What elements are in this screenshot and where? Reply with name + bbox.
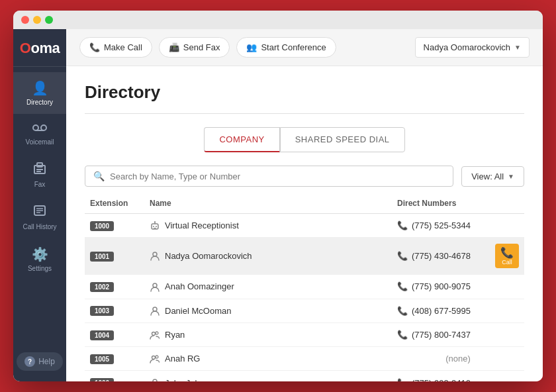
cell-number: 📞 (775) 800-7437: [392, 322, 524, 346]
column-name: Name: [144, 199, 392, 214]
minimize-button[interactable]: [33, 16, 41, 24]
help-icon: ?: [24, 356, 35, 367]
phone-number-text: (775) 900-9075: [412, 281, 471, 291]
person-name: Ryan: [165, 330, 185, 340]
cell-number: 📞 (775) 993-3410: [392, 371, 524, 381]
phone-number: 📞 (408) 677-5995: [397, 306, 519, 316]
user-name: Nadya Oomarockovich: [424, 42, 511, 52]
call-history-icon: [33, 204, 46, 220]
phone-icon: 📞: [397, 220, 408, 230]
cell-number: 📞 (408) 677-5995: [392, 299, 524, 322]
svg-point-22: [152, 356, 156, 360]
help-button[interactable]: ? Help: [17, 352, 63, 371]
cell-extension: 1004: [85, 322, 144, 346]
phone-number-text: (775) 993-3410: [412, 378, 471, 381]
ext-badge: 1002: [90, 282, 114, 292]
person-name: Anah Oomazinger: [165, 281, 234, 291]
sidebar-item-settings[interactable]: ⚙️ Settings: [13, 238, 66, 280]
ext-badge: 1000: [90, 221, 114, 231]
table-row[interactable]: 1002 Anah Oomazinger 📞 (775) 900-9075: [85, 275, 524, 299]
svg-point-19: [153, 307, 157, 311]
svg-rect-14: [154, 228, 156, 228]
phone-number: 📞 (775) 800-7437: [397, 330, 519, 340]
cell-name: Nadya Oomarockovich: [144, 238, 392, 275]
phone-none: (none): [397, 354, 519, 364]
table-row[interactable]: 1000 Virtual Receptionist 📞 (775) 525-53…: [85, 214, 524, 238]
make-call-label: Make Call: [104, 42, 142, 52]
svg-point-0: [33, 125, 38, 130]
logo-text: Ooma: [20, 40, 60, 57]
phone-number-text: (775) 430-4678: [412, 251, 471, 261]
cell-name: Anah RG: [144, 347, 392, 371]
view-dropdown-arrow: ▼: [508, 173, 514, 180]
call-float-label: Call: [502, 259, 512, 266]
table-body: 1000 Virtual Receptionist 📞 (775) 525-53…: [85, 214, 524, 382]
sidebar-item-fax[interactable]: Fax: [13, 154, 66, 196]
cell-number: 📞 (775) 430-4678 📞 Call: [392, 238, 524, 275]
svg-point-17: [153, 252, 157, 256]
start-conference-button[interactable]: 👥 Start Conference: [236, 37, 336, 58]
sidebar-item-directory[interactable]: 👤 Directory: [13, 72, 66, 114]
start-conference-icon: 👥: [246, 42, 257, 52]
column-extension: Extension: [85, 199, 144, 214]
table-row[interactable]: 1003 Daniel McOoman 📞 (408) 677-5995: [85, 299, 524, 322]
app-window: Ooma 👤 Directory: [13, 11, 543, 381]
cell-name: Anah Oomazinger: [144, 275, 392, 299]
person-icon: [150, 220, 160, 231]
cell-name: Virtual Receptionist: [144, 214, 392, 238]
table-header: Extension Name Direct Numbers: [85, 199, 524, 214]
search-input[interactable]: [110, 172, 445, 181]
sidebar-help[interactable]: ? Help: [17, 342, 63, 381]
search-icon: 🔍: [93, 171, 105, 181]
settings-icon: ⚙️: [32, 246, 48, 262]
sidebar: Ooma 👤 Directory: [13, 29, 66, 381]
tab-shared-speed-dial[interactable]: SHARED SPEED DIAL: [280, 127, 405, 152]
phone-number: 📞 (775) 430-4678: [397, 251, 471, 261]
user-dropdown[interactable]: Nadya Oomarockovich ▼: [415, 37, 530, 58]
phone-number: 📞 (775) 900-9075: [397, 281, 519, 291]
send-fax-label: Send Fax: [183, 42, 220, 52]
table-row[interactable]: 1004 Ryan 📞 (775) 800-7437: [85, 322, 524, 346]
voicemail-icon: [32, 122, 47, 136]
cell-extension: 1003: [85, 299, 144, 322]
person-icon: [150, 329, 160, 340]
make-call-button[interactable]: 📞 Make Call: [79, 37, 152, 58]
app-body: Ooma 👤 Directory: [13, 29, 543, 381]
search-box[interactable]: 🔍: [85, 166, 453, 187]
svg-point-12: [153, 226, 154, 227]
topbar: 📞 Make Call 📠 Send Fax 👥 Start Conferenc…: [66, 29, 543, 66]
help-label: Help: [38, 357, 55, 366]
maximize-button[interactable]: [45, 16, 53, 24]
page-divider: [85, 113, 524, 114]
tab-company[interactable]: COMPANY: [204, 127, 279, 152]
cell-number: (none): [392, 347, 524, 371]
svg-point-16: [154, 221, 156, 222]
send-fax-icon: 📠: [169, 42, 179, 52]
phone-number-text: (408) 677-5995: [412, 306, 471, 316]
close-button[interactable]: [21, 16, 29, 24]
ext-badge: 1001: [90, 252, 114, 262]
cell-extension: 1001: [85, 238, 144, 275]
svg-rect-6: [36, 171, 41, 172]
sidebar-item-call-history[interactable]: Call History: [13, 196, 66, 238]
table-row[interactable]: 1001 Nadya Oomarockovich 📞 (775) 430-467…: [85, 238, 524, 275]
call-button[interactable]: 📞 Call: [495, 244, 519, 268]
view-dropdown[interactable]: View: All ▼: [461, 166, 524, 187]
cell-name: John Johan: [144, 371, 392, 381]
svg-point-24: [153, 379, 157, 381]
search-filter-row: 🔍 View: All ▼: [85, 166, 524, 187]
person-name: Virtual Receptionist: [165, 220, 239, 230]
column-direct-numbers: Direct Numbers: [392, 199, 524, 214]
ext-badge: 1003: [90, 306, 114, 316]
phone-number-text: (775) 525-5344: [412, 220, 471, 230]
sidebar-item-voicemail[interactable]: Voicemail: [13, 114, 66, 154]
phone-icon: 📞: [397, 306, 408, 316]
page-title: Directory: [85, 82, 524, 103]
table-row[interactable]: 1005 Anah RG (none): [85, 347, 524, 371]
send-fax-button[interactable]: 📠 Send Fax: [159, 37, 230, 58]
ext-badge: 1006: [90, 378, 114, 381]
user-dropdown-arrow: ▼: [514, 44, 521, 51]
phone-icon: 📞: [397, 378, 408, 381]
phone-number: 📞 (775) 993-3410: [397, 378, 519, 381]
table-row[interactable]: 1006 John Johan 📞 (775) 993-3410: [85, 371, 524, 381]
